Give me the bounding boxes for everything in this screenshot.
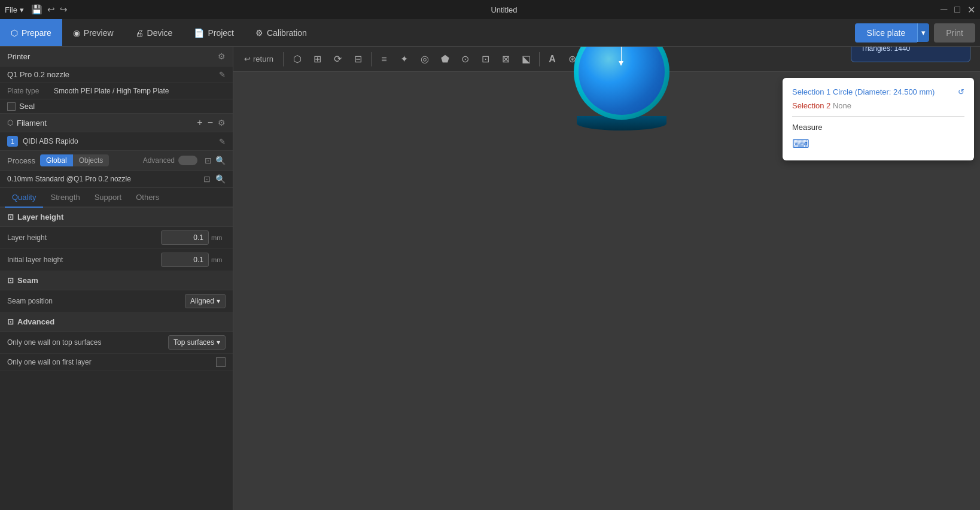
advanced-group-icon: ⊡ [7,317,14,326]
toolbar-orient-icon[interactable]: ⟳ [328,50,348,69]
save-button[interactable]: 💾 [31,4,42,15]
nav-prepare[interactable]: ⬡ Prepare [0,19,62,46]
process-preset-row: 0.10mm Standard @Q1 Pro 0.2 nozzle ⊡ 🔍 [0,171,233,188]
filament-remove-button[interactable]: − [208,117,213,128]
process-search-icon[interactable]: 🔍 [215,156,226,165]
selection2-value: None [833,101,851,110]
settings-tabs: Quality Strength Support Others [0,188,233,208]
3d-object-cylinder[interactable]: 12.250 mm ✎ [574,47,669,120]
only-one-wall-first-label: Only one wall on first layer [7,358,216,366]
close-button[interactable]: ✕ [967,4,975,16]
maximize-button[interactable]: □ [954,4,960,15]
tab-strength[interactable]: Strength [43,188,87,208]
process-label: Process [7,156,35,165]
seam-group-label: Seam [17,276,38,285]
toolbar-scale-icon[interactable]: ⊡ [476,50,496,69]
tab-others[interactable]: Others [129,188,166,208]
printer-edit-icon[interactable]: ✎ [219,70,226,79]
cylinder-visual: 12.250 mm ✎ [574,47,669,120]
nav-project[interactable]: 📄 Project [183,19,245,46]
printer-name-text: Q1 Pro 0.2 nozzle [7,70,69,79]
filament-icon: ⬡ [7,119,13,127]
toolbar-select-icon[interactable]: ⬟ [435,50,455,69]
toolbar-grid-icon[interactable]: ⊞ [308,50,328,69]
printer-gear-icon[interactable]: ⚙ [218,51,226,61]
advanced-group-label: Advanced [17,317,54,326]
toolbar-move-icon[interactable]: ✦ [394,50,415,69]
slice-plate-button[interactable]: Slice plate [855,23,918,42]
plate-type-row: Plate type Smooth PEI Plate / High Temp … [0,83,233,99]
initial-layer-height-label: Initial layer height [7,256,161,264]
toolbar-flatten-icon[interactable]: ⊟ [348,50,369,69]
toolbar-split-icon[interactable]: ⬕ [516,50,537,69]
redo-button[interactable]: ↪ [60,4,68,15]
file-menu[interactable]: File ▾ [5,5,24,14]
plate-type-label: Plate type [7,87,49,95]
preset-search-icon[interactable]: 🔍 [215,174,226,184]
toolbar-rotate-icon[interactable]: ⊙ [455,50,476,69]
titlebar: File ▾ 💾 ↩ ↪ Untitled ─ □ ✕ [0,0,980,19]
selection1-row: Selection 1 Circle (Diameter: 24.500 mm)… [792,87,964,96]
initial-layer-height-input[interactable] [161,253,209,267]
layer-height-unit: mm [211,234,226,241]
toolbar-arrange-icon[interactable]: ≡ [374,50,394,69]
main-layout: Printer ⚙ Q1 Pro 0.2 nozzle ✎ Plate type… [0,47,980,510]
arrow-down [619,61,623,66]
only-one-wall-top-value: Top surfaces [174,338,214,347]
layer-height-input[interactable] [161,230,209,245]
viewport: ↩ return ⬡ ⊞ ⟳ ⊟ ≡ ✦ ◎ ⬟ ⊙ ⊡ ⊠ ⬕ A ⊛ ━ ✂… [233,47,980,510]
navbar: ⬡ Prepare ◉ Preview 🖨 Device 📄 Project ⚙… [0,19,980,47]
only-one-wall-first-row: Only one wall on first layer [0,354,233,371]
advanced-toggle[interactable] [178,156,197,165]
nav-preview[interactable]: ◉ Preview [62,19,124,46]
nav-prepare-label: Prepare [22,28,51,38]
seam-group-header: ⊡ Seam [0,271,233,290]
object-info-panel: ✕ Object name: Cylinder Size: 24.5 x 24.… [851,47,970,62]
filament-edit-icon[interactable]: ✎ [219,137,226,146]
seal-row: Seal [0,99,233,114]
only-one-wall-top-row: Only one wall on top surfaces Top surfac… [0,332,233,354]
seam-position-dropdown[interactable]: Aligned ▾ [185,294,226,308]
selection1-value: Circle (Diameter: 24.500 mm) [833,87,935,96]
nav-calibration[interactable]: ⚙ Calibration [245,19,318,46]
filament-gear-icon[interactable]: ⚙ [218,118,226,128]
toolbar-paint-icon[interactable]: ◎ [415,50,435,69]
toggle-global-button[interactable]: Global [40,154,73,166]
selection1-reset-icon[interactable]: ↺ [958,87,964,96]
measure-divider [792,116,964,117]
process-toggle-group: Global Objects [40,154,109,166]
filament-name: QIDI ABS Rapido [23,137,214,145]
window-controls: ─ □ ✕ [941,4,975,16]
toolbar-cube-icon[interactable]: ⬡ [287,50,308,69]
project-icon: 📄 [194,28,204,38]
process-copy-icon[interactable]: ⊡ [205,156,212,165]
keyboard-shortcut-icon[interactable]: ⌨ [792,136,964,151]
toolbar-text-icon[interactable]: A [542,50,562,69]
minimize-button[interactable]: ─ [941,4,947,15]
seal-checkbox[interactable] [7,102,16,111]
toolbar-separator-1 [283,52,284,66]
tab-support[interactable]: Support [87,188,129,208]
filament-title: Filament [17,119,47,128]
return-button[interactable]: ↩ return [238,52,279,66]
advanced-group-header: ⊡ Advanced [0,312,233,332]
tab-quality[interactable]: Quality [5,188,43,208]
toggle-objects-button[interactable]: Objects [73,154,109,166]
measure-title: Measure [792,123,964,132]
print-button[interactable]: Print [934,23,975,42]
filament-number: 1 [7,136,18,147]
layer-height-label: Layer height [7,233,161,242]
nav-device[interactable]: 🖨 Device [124,19,184,46]
measurement-panel: Selection 1 Circle (Diameter: 24.500 mm)… [783,78,974,160]
undo-button[interactable]: ↩ [47,4,55,15]
toolbar-mirror-icon[interactable]: ⊠ [496,50,516,69]
initial-layer-height-row: Initial layer height mm [0,249,233,271]
only-one-wall-first-checkbox[interactable] [216,357,226,367]
nav-preview-label: Preview [84,28,114,38]
only-one-wall-top-dropdown[interactable]: Top surfaces ▾ [168,335,226,350]
advanced-label: Advanced [143,156,175,165]
preset-save-icon[interactable]: ⊡ [203,174,211,184]
measurement-line [621,47,622,65]
filament-add-button[interactable]: + [197,117,202,128]
slice-dropdown-button[interactable]: ▾ [917,23,929,42]
